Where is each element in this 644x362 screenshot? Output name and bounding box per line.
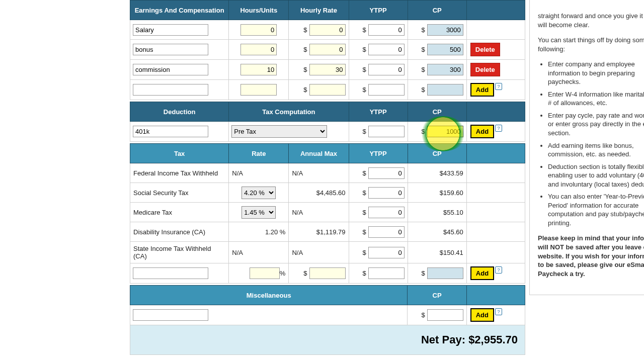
delete-button[interactable]: Delete [470, 43, 500, 56]
tax-rate-input[interactable] [250, 267, 280, 279]
help-sidebar: straight forward and once you give it a … [529, 0, 644, 295]
rate-input[interactable] [309, 44, 346, 55]
help-item: Enter pay cycle, pay rate and work hour,… [548, 111, 644, 138]
earning-name-input[interactable] [133, 24, 208, 36]
hours-input[interactable] [240, 24, 277, 36]
hours-input[interactable] [240, 84, 277, 96]
rate-input[interactable] [309, 64, 346, 75]
add-button[interactable]: Add [470, 125, 494, 138]
ytpp-input[interactable] [368, 44, 405, 55]
help-item: Add earning items like bonus, commission… [548, 141, 644, 159]
tax-name: Medicare Tax [130, 203, 229, 222]
table-row: $ $ $ Delete [130, 60, 525, 80]
tax-cp: $45.60 [408, 222, 466, 242]
net-pay-row: Net Pay: $2,955.70 [130, 325, 525, 355]
tax-table: Tax Rate Annual Max YTPP CP Federal Inco… [130, 143, 525, 284]
rate-input[interactable] [309, 24, 346, 36]
delete-button[interactable]: Delete [470, 63, 500, 76]
annual-max-input[interactable] [309, 267, 346, 279]
table-row: State Income Tax Withheld (CA) N/A N/A $… [130, 242, 525, 263]
tax-rate: 1.20 % [229, 222, 289, 242]
col-rate: Rate [229, 144, 289, 163]
table-row: $ $ $ Delete [130, 40, 525, 60]
help-icon[interactable]: ? [495, 83, 502, 90]
ytpp-input[interactable] [368, 187, 405, 199]
tax-name: State Income Tax Withheld (CA) [130, 242, 229, 263]
col-earnings: Earnings And Compensation [130, 1, 229, 20]
col-tax: Tax [130, 144, 229, 163]
deduction-name-input[interactable] [133, 126, 208, 137]
misc-name-input[interactable] [133, 309, 208, 321]
tax-name: Federal Income Tax Withheld [130, 163, 229, 183]
col-cp: CP [408, 1, 466, 20]
tax-name-input[interactable] [133, 267, 208, 279]
help-icon[interactable]: ? [495, 308, 502, 315]
tax-rate: N/A [229, 163, 289, 183]
deduction-table: Deduction Tax Computation YTPP CP Pre Ta… [130, 102, 525, 142]
table-row: Federal Income Tax Withheld N/A N/A $ $4… [130, 163, 525, 183]
table-row: $ $ $ [130, 20, 525, 40]
tax-max: N/A [289, 242, 349, 263]
ytpp-input[interactable] [368, 24, 405, 36]
hours-input[interactable] [240, 44, 277, 55]
col-max: Annual Max [289, 144, 349, 163]
earning-name-input[interactable] [133, 84, 208, 96]
tax-max: $1,119.79 [289, 222, 349, 242]
col-cp: CP [408, 286, 466, 305]
ytpp-input[interactable] [368, 167, 405, 179]
tax-computation-select[interactable]: Pre Tax [231, 125, 327, 138]
earning-name-input[interactable] [133, 44, 208, 55]
tax-name: Social Security Tax [130, 183, 229, 203]
col-rate: Hourly Rate [289, 1, 349, 20]
ytpp-input[interactable] [368, 247, 405, 258]
col-action [466, 1, 525, 20]
ytpp-input[interactable] [368, 64, 405, 75]
help-text: You can start things off by doing some o… [538, 36, 644, 53]
col-ytpp: YTPP [349, 102, 408, 122]
table-row: $ Add? [130, 305, 525, 325]
table-row: Social Security Tax 4.20 % $4,485.60 $ $… [130, 183, 525, 203]
cp-input[interactable] [427, 126, 463, 137]
col-cp: CP [408, 102, 466, 122]
tax-name: Disability Insurance (CA) [130, 222, 229, 242]
ytpp-input[interactable] [368, 267, 405, 279]
cp-input[interactable] [427, 84, 463, 96]
cp-input[interactable] [427, 44, 463, 55]
tax-cp: $159.60 [408, 183, 466, 203]
add-button[interactable]: Add [470, 83, 494, 97]
help-icon[interactable]: ? [495, 266, 502, 274]
help-item: Deduction section is totally flexible en… [548, 162, 644, 189]
cp-input[interactable] [427, 267, 463, 279]
ytpp-input[interactable] [368, 126, 405, 137]
cp-input[interactable] [427, 64, 463, 75]
tax-rate-select[interactable]: 4.20 % [242, 187, 276, 199]
help-warning: Please keep in mind that your informatio… [538, 234, 644, 278]
table-row: $ $ $ Add? [130, 80, 525, 100]
hours-input[interactable] [240, 64, 277, 75]
col-cp: CP [408, 144, 466, 163]
ytpp-input[interactable] [368, 226, 405, 238]
col-ytpp: YTPP [349, 144, 408, 163]
earning-name-input[interactable] [133, 64, 208, 75]
tax-cp: $150.41 [408, 242, 466, 263]
tax-cp: $55.10 [408, 203, 466, 222]
help-icon[interactable]: ? [495, 125, 502, 132]
help-item: You can also enter 'Year-to-Previous-Per… [548, 192, 644, 227]
add-button[interactable]: Add [470, 266, 494, 280]
cp-input[interactable] [427, 24, 463, 36]
tax-rate-select[interactable]: 1.45 % [242, 206, 276, 219]
rate-input[interactable] [309, 84, 346, 96]
currency-symbol: $ [303, 26, 307, 34]
tax-cp: $433.59 [408, 163, 466, 183]
add-button[interactable]: Add [470, 308, 494, 322]
col-deduction: Deduction [130, 102, 229, 122]
tax-max: N/A [289, 163, 349, 183]
col-misc: Miscellaneous [130, 286, 408, 305]
ytpp-input[interactable] [368, 207, 405, 218]
table-row: % $ $ $ Add? [130, 263, 525, 284]
tax-rate: N/A [229, 242, 289, 263]
tax-max: $4,485.60 [289, 183, 349, 203]
ytpp-input[interactable] [368, 84, 405, 96]
cp-input[interactable] [427, 309, 463, 321]
table-row: Disability Insurance (CA) 1.20 % $1,119.… [130, 222, 525, 242]
